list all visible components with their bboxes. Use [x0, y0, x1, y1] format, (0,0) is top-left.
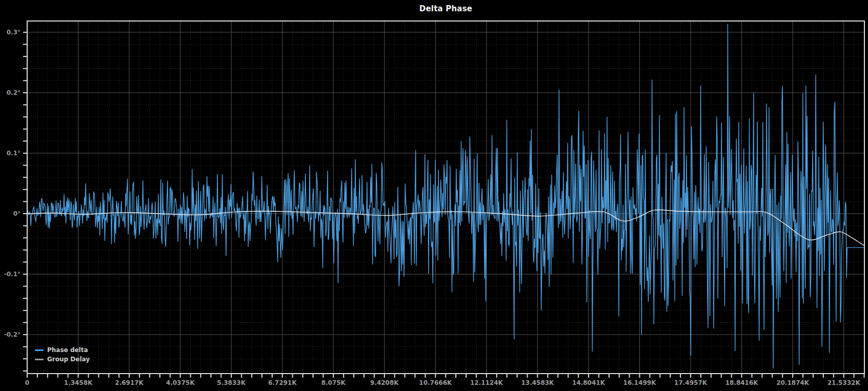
svg-text:-0.1°: -0.1°	[4, 271, 21, 278]
svg-text:0°: 0°	[13, 210, 21, 217]
legend-item-phase-delta[interactable]: Phase delta	[35, 346, 90, 354]
svg-text:4.0375K: 4.0375K	[166, 379, 195, 386]
legend-item-group-delay[interactable]: Group Delay	[35, 356, 90, 363]
legend: Phase delta Group Delay	[35, 346, 90, 363]
svg-text:12.1124K: 12.1124K	[470, 379, 503, 386]
svg-text:0.3°: 0.3°	[7, 29, 21, 36]
svg-text:14.8041K: 14.8041K	[572, 379, 605, 386]
y-axis-labels: 0.3°0.2°0.1°0°-0.1°-0.2°	[4, 29, 21, 338]
svg-text:16.1499K: 16.1499K	[623, 379, 657, 386]
svg-text:18.8416K: 18.8416K	[725, 379, 759, 386]
y-axis-ticks	[23, 32, 27, 371]
plot-canvas[interactable]: 01.3458K2.6917K4.0375K5.3833K6.7291K8.07…	[0, 0, 868, 391]
svg-text:0.2°: 0.2°	[7, 89, 21, 96]
x-axis-labels: 01.3458K2.6917K4.0375K5.3833K6.7291K8.07…	[25, 379, 861, 386]
phase-delta-trace	[27, 24, 864, 368]
x-axis-ticks	[27, 374, 864, 378]
delta-phase-chart-window: Delta Phase 01.3458K2.6917K4.0375K5.3833…	[0, 0, 868, 391]
svg-text:0: 0	[25, 379, 29, 386]
svg-text:6.7291K: 6.7291K	[268, 379, 297, 386]
group-delay-swatch	[35, 359, 44, 360]
svg-text:20.1874K: 20.1874K	[776, 379, 810, 386]
svg-text:5.3833K: 5.3833K	[217, 379, 246, 386]
svg-text:1.3458K: 1.3458K	[64, 379, 93, 386]
svg-text:17.4957K: 17.4957K	[674, 379, 708, 386]
svg-text:-0.2°: -0.2°	[4, 331, 21, 338]
group-delay-legend-label: Group Delay	[47, 356, 90, 363]
svg-text:13.4583K: 13.4583K	[521, 379, 554, 386]
svg-text:0.1°: 0.1°	[7, 150, 21, 157]
svg-text:9.4208K: 9.4208K	[370, 379, 399, 386]
svg-text:2.6917K: 2.6917K	[115, 379, 144, 386]
svg-text:21.5332K: 21.5332K	[827, 379, 861, 386]
phase-delta-swatch	[35, 349, 44, 351]
svg-text:8.075K: 8.075K	[321, 379, 346, 386]
phase-delta-legend-label: Phase delta	[47, 346, 88, 354]
svg-text:10.7666K: 10.7666K	[419, 379, 452, 386]
